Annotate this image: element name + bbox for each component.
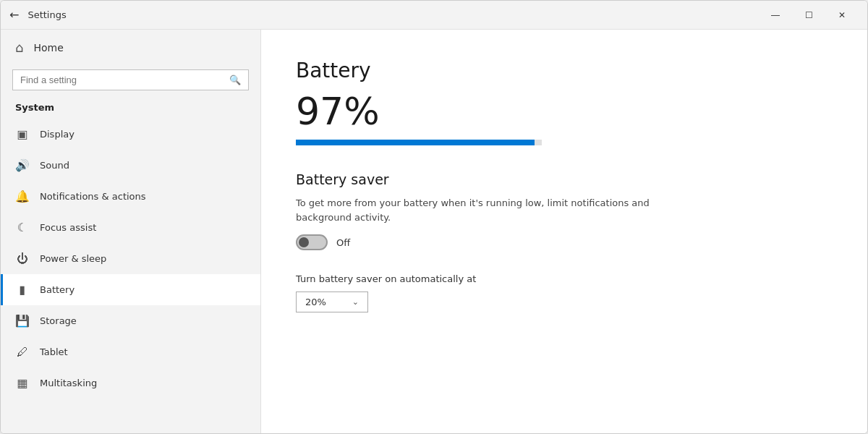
chevron-down-icon: ⌄ (352, 297, 359, 307)
search-input[interactable] (20, 75, 224, 85)
sidebar-label-focus: Focus assist (40, 222, 96, 233)
tablet-icon: 🖊 (15, 345, 30, 359)
search-box[interactable]: 🔍 (12, 69, 249, 90)
sidebar-section-title: System (1, 99, 260, 119)
home-label: Home (33, 42, 63, 54)
sidebar-item-home[interactable]: ⌂ Home (1, 30, 260, 65)
multitasking-icon: ▦ (15, 376, 30, 390)
dropdown-value: 20% (305, 297, 326, 307)
sidebar-item-sound[interactable]: 🔊 Sound (1, 150, 260, 181)
auto-on-title: Turn battery saver on automatically at (296, 273, 833, 284)
battery-saver-toggle-row: Off (296, 234, 833, 250)
settings-window: ← Settings — ☐ ✕ ⌂ Home 🔍 System ▣ Displ… (0, 0, 868, 434)
sidebar-label-battery: Battery (40, 284, 75, 295)
search-icon: 🔍 (229, 75, 241, 85)
sidebar-item-power[interactable]: ⏻ Power & sleep (1, 243, 260, 274)
battery-saver-description: To get more from your battery when it's … (296, 196, 672, 224)
sidebar-label-display: Display (40, 129, 75, 140)
sidebar-label-power: Power & sleep (40, 253, 106, 264)
sidebar-label-sound: Sound (40, 160, 69, 171)
sidebar-item-tablet[interactable]: 🖊 Tablet (1, 336, 260, 367)
sidebar-label-multitasking: Multitasking (40, 378, 97, 388)
battery-percentage: 97% (296, 91, 833, 132)
sidebar-item-display[interactable]: ▣ Display (1, 119, 260, 150)
battery-saver-toggle[interactable] (296, 234, 328, 250)
page-title: Battery (296, 59, 833, 82)
display-icon: ▣ (15, 127, 30, 141)
titlebar: ← Settings — ☐ ✕ (1, 1, 867, 30)
window-title: Settings (27, 9, 759, 20)
maximize-button[interactable]: ☐ (792, 1, 825, 30)
battery-saver-title: Battery saver (296, 171, 833, 187)
toggle-knob (299, 237, 309, 247)
battery-bar-fill (296, 140, 535, 145)
back-button[interactable]: ← (9, 8, 19, 22)
sidebar-item-storage[interactable]: 💾 Storage (1, 305, 260, 336)
sidebar-item-multitasking[interactable]: ▦ Multitasking (1, 367, 260, 399)
storage-icon: 💾 (15, 314, 30, 328)
sound-icon: 🔊 (15, 158, 30, 172)
sidebar-item-notifications[interactable]: 🔔 Notifications & actions (1, 181, 260, 212)
home-icon: ⌂ (15, 40, 23, 55)
sidebar-item-focus[interactable]: ☾ Focus assist (1, 212, 260, 243)
content-area: Battery 97% Battery saver To get more fr… (261, 30, 867, 433)
sidebar-label-tablet: Tablet (40, 346, 68, 357)
window-controls: — ☐ ✕ (759, 1, 859, 30)
battery-bar (296, 140, 542, 145)
sidebar-label-notifications: Notifications & actions (40, 191, 146, 202)
focus-icon: ☾ (15, 221, 30, 234)
toggle-label: Off (336, 237, 350, 248)
close-button[interactable]: ✕ (825, 1, 859, 30)
main-layout: ⌂ Home 🔍 System ▣ Display 🔊 Sound 🔔 Noti… (1, 30, 867, 433)
sidebar-label-storage: Storage (40, 315, 77, 326)
power-icon: ⏻ (15, 252, 30, 265)
minimize-button[interactable]: — (759, 1, 792, 30)
sidebar-item-battery[interactable]: ▮ Battery (1, 274, 260, 305)
notifications-icon: 🔔 (15, 190, 30, 203)
sidebar: ⌂ Home 🔍 System ▣ Display 🔊 Sound 🔔 Noti… (1, 30, 261, 433)
battery-sidebar-icon: ▮ (15, 283, 30, 297)
battery-threshold-dropdown[interactable]: 20% ⌄ (296, 292, 368, 312)
